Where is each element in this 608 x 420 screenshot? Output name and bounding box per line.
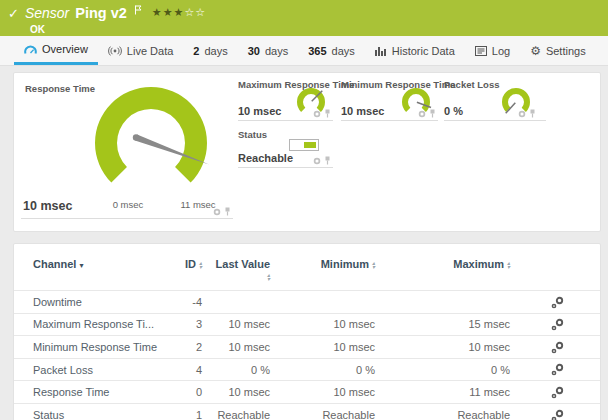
pin-icon[interactable] — [324, 109, 331, 118]
tile-actions — [418, 109, 436, 118]
tab-overview[interactable]: Overview — [14, 36, 98, 65]
star-empty[interactable]: ☆☆ — [184, 6, 206, 18]
gear-icon[interactable] — [313, 157, 321, 165]
channels-table-panel: Channel▾ ID▴▾ Last Value▴▾ Minimum▴▾ Max… — [13, 243, 601, 420]
column-header-last-value[interactable]: Last Value▴▾ — [207, 244, 275, 291]
table-header-row: Channel▾ ID▴▾ Last Value▴▾ Minimum▴▾ Max… — [14, 244, 600, 291]
channel-id: -4 — [162, 291, 207, 314]
tab-label: days — [265, 45, 288, 57]
channel-name: Downtime — [14, 291, 162, 314]
table-row-downtime[interactable]: Downtime -4 — [14, 291, 600, 314]
gauge-tile-response-time: Response Time 0 msec 11 msec 10 msec — [21, 79, 233, 219]
channel-last-value — [207, 291, 275, 314]
response-time-gauge — [81, 85, 221, 197]
tab-label: days — [204, 45, 227, 57]
table-row-response-time[interactable]: Response Time 0 10 msec 10 msec 11 msec — [14, 381, 600, 404]
sort-desc-icon: ▾ — [79, 261, 83, 270]
overview-content: Response Time 0 msec 11 msec 10 msec Max… — [0, 66, 608, 420]
pin-icon[interactable] — [529, 109, 536, 118]
priority-stars[interactable]: ★★★☆☆ — [152, 6, 206, 19]
column-header-actions — [515, 244, 600, 291]
channel-settings-icon[interactable] — [551, 318, 564, 331]
tab-label: Historic Data — [392, 45, 455, 57]
channel-id: 0 — [162, 381, 207, 404]
channel-settings-icon[interactable] — [551, 386, 564, 399]
tab-log[interactable]: Log — [465, 36, 520, 65]
channels-table: Channel▾ ID▴▾ Last Value▴▾ Minimum▴▾ Max… — [14, 244, 600, 420]
gear-icon[interactable] — [418, 110, 426, 118]
channel-last-value: 10 msec — [207, 336, 275, 359]
sensor-status-badge: OK — [30, 24, 600, 35]
channel-settings-icon[interactable] — [551, 409, 564, 420]
column-header-minimum[interactable]: Minimum▴▾ — [275, 244, 380, 291]
tile-actions — [313, 156, 331, 165]
column-header-channel[interactable]: Channel▾ — [14, 244, 162, 291]
table-row-packet-loss[interactable]: Packet Loss 4 0 % 0 % 0 % — [14, 358, 600, 381]
flag-icon[interactable] — [134, 5, 142, 15]
column-header-id[interactable]: ID▴▾ — [162, 244, 207, 291]
tab-live-data[interactable]: Live Data — [98, 36, 183, 65]
channel-name: Packet Loss — [14, 358, 162, 381]
channel-id: 1 — [162, 403, 207, 420]
channel-maximum: 0 % — [380, 358, 515, 381]
channel-minimum: 0 % — [275, 358, 380, 381]
gauge-tile-minimum-response-time: Minimum Response Time 10 msec — [341, 79, 438, 121]
channel-maximum: 11 msec — [380, 381, 515, 404]
channel-maximum: 15 msec — [380, 313, 515, 336]
pin-icon[interactable] — [429, 109, 436, 118]
pin-icon[interactable] — [324, 156, 331, 165]
tab-30-days[interactable]: 30 days — [238, 36, 299, 65]
channel-settings-icon[interactable] — [551, 363, 564, 376]
gauges-panel: Response Time 0 msec 11 msec 10 msec Max… — [13, 72, 601, 232]
sort-icon: ▴▾ — [507, 261, 510, 269]
gear-icon[interactable] — [518, 110, 526, 118]
channel-settings-icon[interactable] — [551, 296, 564, 309]
tile-actions — [518, 109, 536, 118]
sort-icon: ▴▾ — [267, 273, 270, 281]
status-value: Reachable — [238, 152, 293, 164]
broadcast-icon — [108, 46, 122, 56]
log-icon — [475, 46, 487, 56]
status-toggle — [289, 139, 319, 151]
gauge-value: 10 msec — [341, 105, 384, 117]
tab-label: Settings — [546, 45, 586, 57]
tab-number: 365 — [308, 45, 326, 57]
sensor-header: ✓ Sensor Ping v2 ★★★☆☆ OK — [0, 0, 608, 36]
tab-365-days[interactable]: 365 days — [298, 36, 365, 65]
gear-icon[interactable] — [313, 110, 321, 118]
bar-chart-icon — [375, 46, 387, 56]
channel-last-value: 0 % — [207, 358, 275, 381]
channel-name: Maximum Response Ti... — [14, 313, 162, 336]
gauge-value: 10 msec — [238, 105, 281, 117]
tab-label: Overview — [42, 43, 88, 55]
sort-icon: ▴▾ — [372, 261, 375, 269]
column-header-maximum[interactable]: Maximum▴▾ — [380, 244, 515, 291]
sensor-page: ✓ Sensor Ping v2 ★★★☆☆ OK Overview Live … — [0, 0, 608, 420]
channel-name: Status — [14, 403, 162, 420]
channel-name: Response Time — [14, 381, 162, 404]
pin-icon[interactable] — [224, 207, 231, 216]
gear-icon[interactable] — [213, 208, 221, 216]
gauge-scale-min: 0 msec — [106, 199, 150, 210]
tab-historic-data[interactable]: Historic Data — [365, 36, 465, 65]
channel-last-value: Reachable — [207, 403, 275, 420]
gauge-value: 0 % — [444, 105, 463, 117]
channel-maximum: Reachable — [380, 403, 515, 420]
table-row-minimum-response-time[interactable]: Minimum Response Time 2 10 msec 10 msec … — [14, 336, 600, 359]
channel-settings-icon[interactable] — [551, 341, 564, 354]
channel-id: 3 — [162, 313, 207, 336]
star-filled[interactable]: ★★★ — [152, 6, 185, 18]
tab-settings[interactable]: ⚙ Settings — [520, 36, 596, 65]
status-tile: Status Reachable — [238, 129, 333, 168]
table-row-status[interactable]: Status 1 Reachable Reachable Reachable — [14, 403, 600, 420]
tab-2-days[interactable]: 2 days — [183, 36, 237, 65]
tile-actions — [313, 109, 331, 118]
table-row-maximum-response-time[interactable]: Maximum Response Ti... 3 10 msec 10 msec… — [14, 313, 600, 336]
tab-number: 2 — [193, 45, 199, 57]
sensor-title: Ping v2 — [75, 5, 127, 21]
tab-bar: Overview Live Data 2 days 30 days 365 da… — [0, 36, 608, 66]
tab-label: days — [332, 45, 355, 57]
channel-name: Minimum Response Time — [14, 336, 162, 359]
channel-minimum: 10 msec — [275, 381, 380, 404]
gauge-icon — [24, 44, 37, 55]
